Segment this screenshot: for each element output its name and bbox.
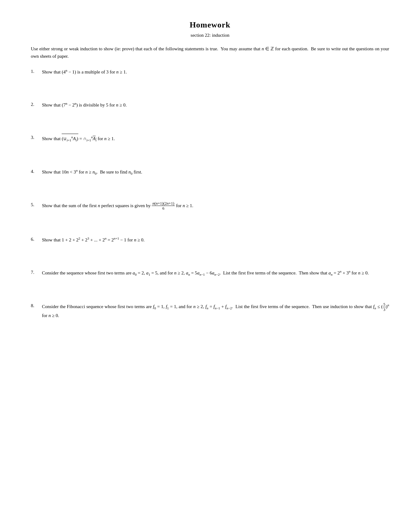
- problem-6-number: 6.: [31, 236, 42, 244]
- problem-7-text: Consider the sequence whose first two te…: [42, 269, 389, 277]
- problem-6: 6. Show that 1 + 2 + 22 + 23 + ... + 2n …: [31, 236, 389, 244]
- problem-2: 2. Show that (7n − 2n) is divisible by 5…: [31, 101, 389, 109]
- problem-3-text: Show that (∪i=1nAi) = ∩i=1nAi for n ≥ 1.: [42, 134, 389, 143]
- problem-3: 3. Show that (∪i=1nAi) = ∩i=1nAi for n ≥…: [31, 134, 389, 143]
- problem-8-number: 8.: [31, 302, 42, 320]
- problem-1-text: Show that (4n − 1) is a multiple of 3 fo…: [42, 68, 389, 76]
- problem-2-number: 2.: [31, 101, 42, 109]
- page-title: Homework: [31, 19, 389, 31]
- intro-paragraph: Use either strong or weak induction to s…: [31, 45, 389, 61]
- problem-4-text: Show that 10n < 3n for n ≥ n0. Be sure t…: [42, 168, 389, 176]
- problem-8-fraction: 5 3: [383, 302, 386, 312]
- problem-5-number: 5.: [31, 201, 42, 211]
- problem-3-bar-A: Ai: [93, 136, 97, 141]
- problem-2-text: Show that (7n − 2n) is divisible by 5 fo…: [42, 101, 389, 109]
- problem-6-text: Show that 1 + 2 + 22 + 23 + ... + 2n = 2…: [42, 236, 389, 244]
- problem-1-number: 1.: [31, 68, 42, 76]
- problem-5-fraction: n(n+1)(2n+1) 6: [152, 201, 175, 211]
- page-subtitle: section 22: induction: [31, 31, 389, 39]
- problem-4-number: 4.: [31, 168, 42, 176]
- problem-7-number: 7.: [31, 269, 42, 277]
- problem-5: 5. Show that the sum of the first n perf…: [31, 201, 389, 211]
- page: Homework section 22: induction Use eithe…: [0, 0, 420, 510]
- page-header: Homework section 22: induction: [31, 19, 389, 39]
- problem-3-number: 3.: [31, 134, 42, 143]
- problem-8: 8. Consider the Fibonacci sequence whose…: [31, 302, 389, 320]
- problem-7: 7. Consider the sequence whose first two…: [31, 269, 389, 277]
- problem-3-overline-expr: (∪i=1nAi): [62, 134, 78, 143]
- problem-1: 1. Show that (4n − 1) is a multiple of 3…: [31, 68, 389, 76]
- problem-8-text: Consider the Fibonacci sequence whose fi…: [42, 302, 389, 320]
- problems-list: 1. Show that (4n − 1) is a multiple of 3…: [31, 68, 389, 320]
- problem-5-text: Show that the sum of the first n perfect…: [42, 201, 389, 211]
- problem-4: 4. Show that 10n < 3n for n ≥ n0. Be sur…: [31, 168, 389, 176]
